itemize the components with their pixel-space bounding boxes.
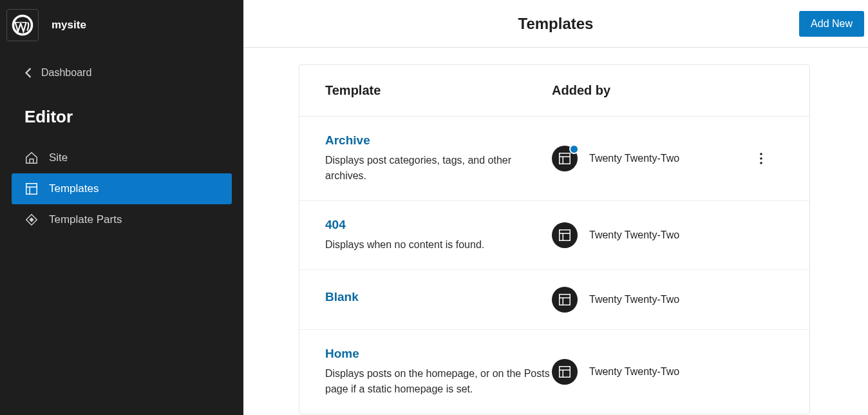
added-by-cell: Twenty Twenty-Two (552, 222, 739, 248)
theme-icon (552, 146, 578, 171)
template-title-link[interactable]: Blank (325, 290, 552, 304)
added-by-name: Twenty Twenty-Two (589, 366, 679, 378)
svg-point-4 (760, 153, 762, 155)
page-title: Templates (518, 15, 594, 33)
home-icon (24, 151, 39, 165)
editor-section-title: Editor (0, 98, 243, 142)
svg-point-6 (760, 162, 762, 164)
chevron-left-icon (24, 68, 32, 78)
sidebar-item-templates[interactable]: Templates (12, 173, 232, 204)
sidebar: mysite Dashboard Editor Site Templates T… (0, 0, 243, 415)
added-by-cell: Twenty Twenty-Two (552, 146, 739, 171)
theme-icon (552, 359, 578, 385)
theme-icon (552, 287, 578, 313)
svg-point-5 (760, 157, 762, 160)
sidebar-item-label: Templates (49, 182, 99, 195)
site-header[interactable]: mysite (0, 6, 243, 48)
table-header: Template Added by (299, 65, 809, 117)
row-actions-button[interactable] (751, 148, 771, 169)
main-content: Templates Add New Template Added by Arch… (243, 0, 868, 415)
back-label: Dashboard (41, 67, 91, 79)
back-to-dashboard[interactable]: Dashboard (0, 48, 243, 98)
svg-rect-3 (560, 153, 571, 164)
topbar: Templates Add New (243, 0, 868, 48)
sidebar-item-label: Template Parts (49, 213, 122, 226)
layout-icon (24, 182, 39, 196)
template-description: Displays post categories, tags, and othe… (325, 153, 552, 184)
template-cell: ArchiveDisplays post categories, tags, a… (325, 133, 552, 184)
svg-rect-8 (560, 294, 571, 305)
template-cell: Blank (325, 290, 552, 309)
added-by-name: Twenty Twenty-Two (589, 229, 679, 241)
svg-rect-2 (26, 184, 37, 195)
table-row: HomeDisplays posts on the homepage, or o… (299, 330, 809, 414)
table-row: BlankTwenty Twenty-Two (299, 270, 809, 330)
diamond-icon (24, 213, 39, 227)
template-cell: 404Displays when no content is found. (325, 218, 552, 253)
added-by-cell: Twenty Twenty-Two (552, 359, 739, 385)
templates-table: Template Added by ArchiveDisplays post c… (299, 64, 810, 414)
added-by-name: Twenty Twenty-Two (589, 153, 679, 164)
template-title-link[interactable]: 404 (325, 218, 552, 232)
sidebar-item-site[interactable]: Site (12, 142, 232, 173)
wordpress-logo-icon (6, 9, 39, 41)
theme-icon (552, 222, 578, 248)
template-cell: HomeDisplays posts on the homepage, or o… (325, 347, 552, 397)
template-description: Displays when no content is found. (325, 237, 552, 253)
row-actions-cell (739, 148, 784, 169)
table-row: ArchiveDisplays post categories, tags, a… (299, 117, 809, 201)
template-description: Displays posts on the homepage, or on th… (325, 366, 552, 397)
add-new-button[interactable]: Add New (799, 11, 864, 37)
templates-content: Template Added by ArchiveDisplays post c… (243, 48, 868, 415)
svg-rect-7 (560, 230, 571, 241)
added-by-name: Twenty Twenty-Two (589, 294, 679, 305)
site-name: mysite (52, 19, 86, 32)
template-title-link[interactable]: Archive (325, 133, 552, 148)
added-by-cell: Twenty Twenty-Two (552, 287, 739, 313)
sidebar-item-label: Site (49, 151, 68, 164)
svg-rect-9 (560, 367, 571, 378)
template-title-link[interactable]: Home (325, 347, 552, 361)
col-header-added-by: Added by (552, 83, 739, 98)
sidebar-item-template-parts[interactable]: Template Parts (12, 204, 232, 235)
col-header-template: Template (325, 83, 552, 98)
table-row: 404Displays when no content is found.Twe… (299, 201, 809, 270)
editor-nav: Site Templates Template Parts (0, 142, 243, 235)
